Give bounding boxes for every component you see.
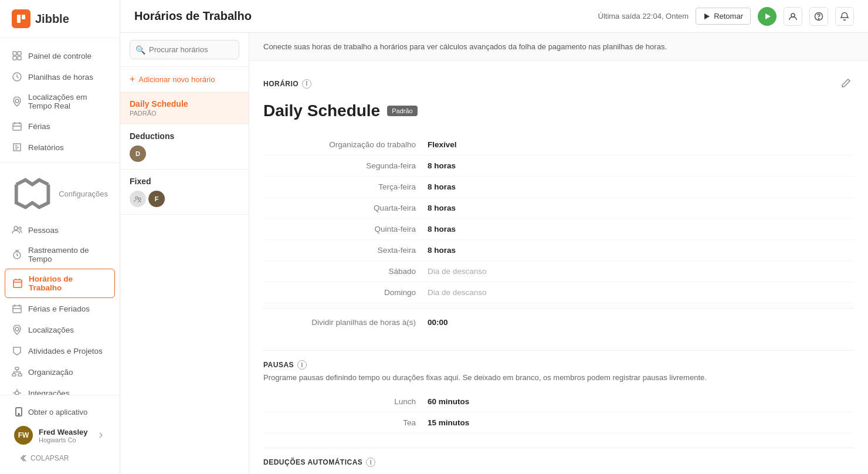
logo-icon — [12, 9, 30, 28]
add-schedule-plus: + — [130, 74, 135, 84]
sidebar-item-locations-label: Localizações — [28, 326, 74, 334]
day-value-1: 8 horas — [428, 182, 456, 191]
day-value-3: 8 horas — [428, 225, 456, 233]
svg-point-28 — [138, 198, 141, 200]
left-panel: 🔍 + Adicionar novo horário Daily Schedul… — [120, 33, 249, 474]
help-icon-btn[interactable] — [809, 7, 828, 26]
schedule-item-daily[interactable]: Daily Schedule PADRÃO — [120, 92, 249, 124]
sidebar-item-holidays[interactable]: Férias e Feriados — [0, 298, 120, 319]
day-value-6: Dia de descanso — [428, 288, 487, 297]
svg-rect-13 — [13, 306, 21, 313]
sidebar-item-integrations-label: Integrações — [28, 389, 70, 395]
right-panel: Conecte suas horas de trabalho a horário… — [249, 33, 868, 474]
notifications-icon-btn[interactable] — [835, 7, 854, 26]
sidebar-item-vacations[interactable]: Férias — [0, 116, 120, 137]
sidebar-item-timesheets[interactable]: Planilhas de horas — [0, 66, 120, 87]
member-avatar-1: D — [130, 145, 146, 162]
sidebar-item-reports[interactable]: Relatórios — [0, 137, 120, 158]
schedule-section-header: HORÁRIO i — [263, 75, 854, 92]
sidebar-item-reports-label: Relatórios — [28, 143, 64, 152]
schedule-item-fixed[interactable]: Fixed F — [120, 170, 249, 215]
user-avatar: FW — [14, 426, 33, 445]
day-label-1: Terça-feira — [263, 182, 428, 191]
fixed-member-placeholder — [130, 191, 146, 207]
sidebar-item-holidays-label: Férias e Feriados — [28, 304, 90, 313]
schedule-item-deductions[interactable]: Deductions D — [120, 124, 249, 170]
sidebar-item-dashboard[interactable]: Painel de controle — [0, 45, 120, 66]
resume-button[interactable]: Retomar — [696, 8, 751, 25]
collapse-btn[interactable]: COLAPSAR — [9, 449, 110, 467]
badge-padrao: Padrão — [387, 106, 417, 116]
sidebar-item-time-tracking[interactable]: Rastreamento de Tempo — [0, 241, 120, 269]
get-app-btn[interactable]: Obter o aplicativo — [9, 402, 110, 421]
day-row-6: Domingo Dia de descanso — [263, 282, 854, 303]
split-label: Dividir planilhas de horas à(s) — [263, 318, 428, 327]
edit-icon-button[interactable] — [839, 75, 854, 92]
svg-marker-22 — [704, 13, 710, 19]
add-schedule-button[interactable]: + Adicionar novo horário — [120, 67, 249, 92]
day-value-0: 8 horas — [428, 161, 456, 170]
deducoes-title: DEDUÇÕES AUTOMÁTICAS i — [263, 458, 854, 467]
sidebar-item-locations[interactable]: Localizações — [0, 319, 120, 340]
svg-rect-1 — [22, 15, 25, 19]
nav-section-settings[interactable]: Configurações — [0, 168, 120, 219]
breaks-table: Lunch 60 minutos Tea 15 minutos — [263, 391, 854, 434]
day-row-3: Quinta-feira 8 horas — [263, 219, 854, 240]
fixed-members: F — [130, 191, 239, 207]
nav-settings-label: Configurações — [59, 189, 108, 198]
svg-point-7 — [15, 99, 19, 103]
day-row-1: Terça-feira 8 horas — [263, 177, 854, 198]
day-row-5: Sábado Dia de descanso — [263, 261, 854, 282]
break-label-1: Tea — [263, 418, 428, 427]
collapse-label: COLAPSAR — [30, 454, 69, 462]
user-info[interactable]: FW Fred Weasley Hogwarts Co — [9, 421, 110, 449]
deducoes-info-icon[interactable]: i — [366, 458, 375, 467]
main-area: Horários de Trabalho Última saída 22:04,… — [120, 0, 868, 474]
pausas-section: PAUSAS i Programe pausas definindo tempo… — [263, 350, 854, 434]
top-header: Horários de Trabalho Última saída 22:04,… — [120, 0, 868, 33]
section-info-icon[interactable]: i — [302, 79, 311, 89]
pausas-title: PAUSAS i — [263, 360, 854, 370]
split-value: 00:00 — [428, 318, 448, 327]
day-label-5: Sábado — [263, 267, 428, 276]
work-org-row: Organização do trabalho Flexível — [263, 134, 854, 155]
user-icon-btn[interactable] — [784, 7, 802, 26]
sidebar-item-people[interactable]: Pessoas — [0, 219, 120, 241]
user-name: Fred Weasley — [39, 428, 88, 436]
logo-text: Jibble — [35, 12, 69, 26]
sidebar-item-integrations[interactable]: Integrações — [0, 382, 120, 395]
svg-point-10 — [19, 227, 21, 229]
sidebar-item-organization[interactable]: Organização — [0, 361, 120, 382]
sidebar-item-dashboard-label: Painel de controle — [28, 52, 91, 60]
header-right: Última saída 22:04, Ontem Retomar — [598, 7, 855, 26]
pausas-title-text: PAUSAS — [263, 361, 294, 369]
pausas-info-icon[interactable]: i — [297, 360, 307, 370]
section-title-text: HORÁRIO — [263, 80, 299, 88]
day-label-2: Quarta-feira — [263, 204, 428, 212]
svg-rect-18 — [18, 374, 22, 376]
schedule-name-daily: Daily Schedule — [130, 99, 239, 109]
day-label-0: Segunda-feira — [263, 161, 428, 170]
sidebar-item-timesheets-label: Planilhas de horas — [28, 73, 93, 82]
sidebar-nav: Painel de controle Planilhas de horas Lo… — [0, 38, 120, 395]
sidebar-item-work-schedules[interactable]: Horários de Trabalho — [5, 269, 115, 298]
break-row-1: Tea 15 minutos — [263, 412, 854, 434]
deducoes-section: DEDUÇÕES AUTOMÁTICAS i — [263, 448, 854, 467]
search-input[interactable] — [130, 40, 239, 59]
logo[interactable]: Jibble — [0, 0, 120, 38]
user-details: Fred Weasley Hogwarts Co — [39, 428, 88, 443]
svg-point-24 — [791, 13, 795, 17]
day-value-2: 8 horas — [428, 204, 456, 212]
day-row-0: Segunda-feira 8 horas — [263, 155, 854, 177]
svg-rect-8 — [13, 123, 21, 130]
sidebar-item-locations-realtime[interactable]: Localizações em Tempo Real — [0, 87, 120, 116]
svg-rect-5 — [18, 56, 21, 60]
sidebar-item-activities[interactable]: Atividades e Projetos — [0, 340, 120, 361]
play-button[interactable] — [758, 7, 777, 26]
svg-rect-4 — [13, 56, 16, 60]
resume-label: Retomar — [714, 12, 743, 21]
search-icon: 🔍 — [135, 45, 145, 55]
sidebar-item-time-tracking-label: Rastreamento de Tempo — [28, 246, 108, 263]
user-org: Hogwarts Co — [39, 436, 88, 443]
day-label-6: Domingo — [263, 288, 428, 297]
